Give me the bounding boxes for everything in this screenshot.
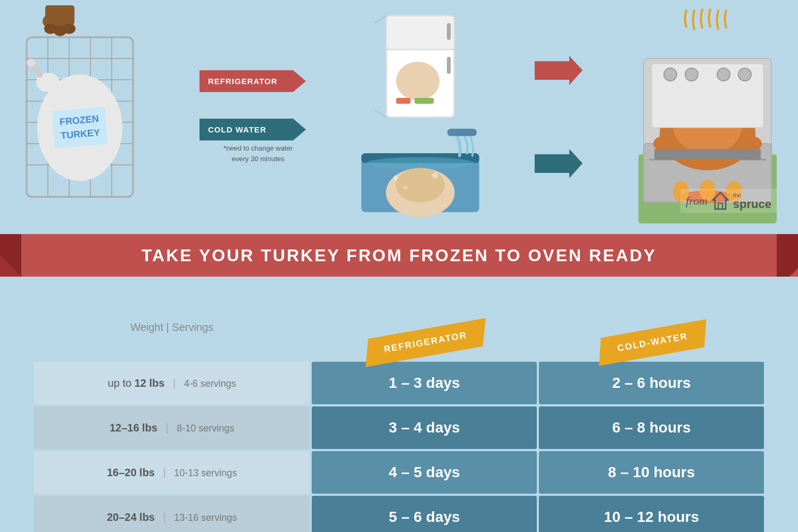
water-basin-illustration — [356, 125, 484, 221]
fridge-arrow — [535, 56, 583, 85]
fridge-value-1: 1 – 3 days — [312, 362, 537, 404]
spruce-attribution: from the spruce — [680, 189, 777, 213]
svg-rect-30 — [414, 98, 434, 104]
svg-point-39 — [393, 176, 398, 180]
banner-curl-right — [777, 234, 798, 277]
svg-marker-42 — [535, 56, 583, 85]
banner-section: TAKE YOUR TURKEY FROM FROZEN TO OVEN REA… — [0, 234, 798, 277]
spruce-house-icon — [712, 192, 729, 210]
svg-rect-63 — [718, 203, 722, 209]
serving-label-1: 4-6 servings — [184, 378, 236, 389]
table-section: Weight | Servings REFRIGERATOR COLD-WATE… — [0, 277, 798, 532]
svg-point-28 — [396, 62, 440, 101]
svg-line-32 — [375, 110, 387, 118]
table-row: 20–24 lbs | 13-16 servings 5 – 6 days 10… — [34, 496, 764, 532]
turkey-basket-group: FROZEN TURKEY — [16, 5, 144, 229]
refrigerator-label: REFRIGERATOR — [200, 70, 306, 92]
svg-point-37 — [396, 168, 445, 203]
main-container: FROZEN TURKEY REFRIGERATOR COLD WATER — [0, 0, 798, 532]
banner-title: TAKE YOUR TURKEY FROM FROZEN TO OVEN REA… — [142, 246, 656, 265]
table-row: 12–16 lbs | 8-10 servings 3 – 4 days 6 –… — [34, 406, 764, 449]
refrigerator-badge: REFRIGERATOR — [361, 318, 491, 368]
svg-point-60 — [738, 68, 751, 81]
svg-marker-43 — [535, 149, 583, 178]
fridge-basin-group — [356, 13, 484, 221]
table-row: 16–20 lbs | 10-13 servings 4 – 5 days 8 … — [34, 451, 764, 494]
table-body: up to 12 lbs | 4-6 servings 1 – 3 days 2… — [34, 362, 764, 532]
svg-point-3 — [63, 23, 76, 34]
cold-water-header-cell: COLD-WATER — [539, 295, 764, 360]
svg-point-57 — [664, 68, 677, 81]
serving-label-3: 10-13 servings — [174, 468, 237, 478]
from-text: from — [686, 194, 708, 208]
cold-water-value-1: 2 – 6 hours — [539, 362, 764, 404]
cold-water-badge-container: COLD-WATER — [550, 303, 753, 351]
svg-point-58 — [685, 68, 698, 81]
svg-rect-27 — [447, 57, 451, 74]
weight-servings-header: Weight | Servings — [34, 295, 310, 360]
weight-cell-2: 12–16 lbs | 8-10 servings — [34, 406, 310, 449]
weight-cell-4: 20–24 lbs | 13-16 servings — [34, 496, 310, 532]
serving-label-2: 8-10 servings — [177, 423, 234, 434]
illustration-section: FROZEN TURKEY REFRIGERATOR COLD WATER — [0, 0, 798, 234]
weight-cell-3: 16–20 lbs | 10-13 servings — [34, 451, 310, 494]
water-arrow — [535, 149, 583, 178]
svg-rect-61 — [654, 149, 761, 160]
refrigerator-arrow-row: REFRIGERATOR — [200, 70, 306, 92]
right-arrows — [535, 56, 583, 178]
cold-water-badge: COLD-WATER — [594, 319, 711, 366]
svg-rect-29 — [396, 98, 411, 104]
svg-rect-4 — [45, 5, 74, 24]
weight-label-1: up to 12 lbs — [108, 377, 165, 389]
svg-rect-26 — [447, 23, 451, 40]
cold-water-value-2: 6 – 8 hours — [539, 406, 764, 449]
refrigerator-badge-container: REFRIGERATOR — [322, 303, 526, 351]
cold-water-label: COLD WATER — [200, 119, 306, 140]
svg-point-59 — [717, 68, 730, 81]
svg-point-35 — [366, 157, 474, 169]
weight-label-3: 16–20 lbs — [107, 467, 155, 478]
fridge-value-2: 3 – 4 days — [312, 406, 537, 449]
cold-water-value-4: 10 – 12 hours — [539, 496, 764, 532]
banner-curl-left — [0, 234, 21, 277]
table-row: up to 12 lbs | 4-6 servings 1 – 3 days 2… — [34, 362, 764, 404]
turkey-basket-illustration: FROZEN TURKEY — [16, 5, 144, 229]
cold-water-arrow-row: COLD WATER — [200, 119, 306, 140]
cold-water-method: COLD WATER *need to change waterevery 30… — [200, 119, 306, 164]
svg-marker-62 — [713, 193, 728, 209]
table-header-row: Weight | Servings REFRIGERATOR COLD-WATE… — [34, 295, 764, 360]
oven-group: from the spruce — [633, 5, 782, 229]
refrigerator-illustration — [367, 13, 473, 120]
spruce-text: spruce — [733, 198, 771, 210]
refrigerator-method: REFRIGERATOR — [200, 70, 306, 92]
svg-rect-38 — [447, 129, 477, 136]
weight-cell-1: up to 12 lbs | 4-6 servings — [34, 362, 310, 404]
svg-point-41 — [432, 172, 438, 178]
cold-water-value-3: 8 – 10 hours — [539, 451, 764, 494]
weight-label-4: 20–24 lbs — [107, 511, 155, 523]
water-note: *need to change waterevery 30 minutes — [210, 143, 306, 164]
svg-line-31 — [375, 16, 387, 23]
svg-rect-24 — [386, 16, 454, 50]
method-labels: REFRIGERATOR COLD WATER *need to change … — [194, 70, 306, 164]
svg-point-40 — [404, 186, 408, 189]
fridge-value-4: 5 – 6 days — [312, 496, 537, 532]
spruce-logo-text: the spruce — [733, 192, 771, 210]
svg-point-22 — [27, 59, 35, 67]
data-table: Weight | Servings REFRIGERATOR COLD-WATE… — [32, 293, 766, 532]
weight-label-2: 12–16 lbs — [110, 422, 157, 434]
refrigerator-header-cell: REFRIGERATOR — [312, 295, 537, 360]
fridge-value-3: 4 – 5 days — [312, 451, 537, 494]
serving-label-4: 13-16 servings — [174, 512, 237, 523]
